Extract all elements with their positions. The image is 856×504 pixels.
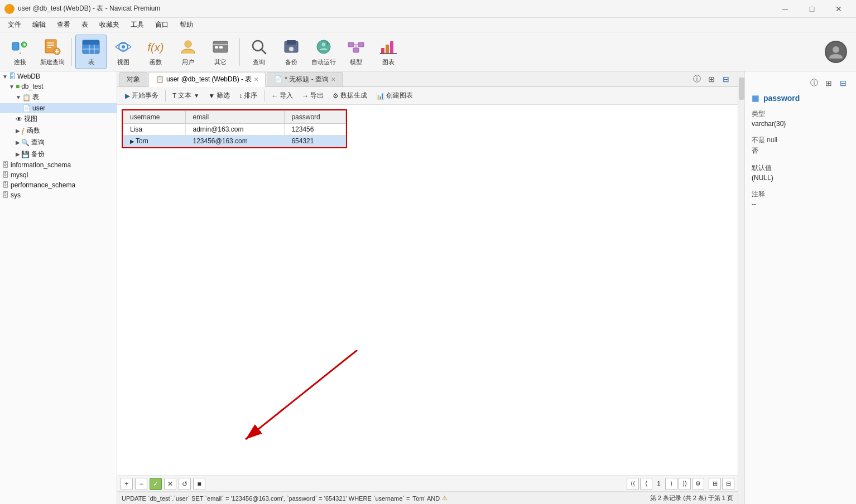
- text-button[interactable]: T 文本 ▼: [169, 90, 203, 101]
- svg-rect-33: [353, 48, 359, 52]
- page-last-button[interactable]: ⟩⟩: [679, 478, 691, 490]
- vertical-scrollbar[interactable]: [738, 71, 744, 504]
- sep1: [71, 38, 72, 66]
- tab-table-btn[interactable]: ⊟: [720, 73, 732, 85]
- sidebar-item-db-test[interactable]: ▼ ■ db_test: [0, 81, 117, 91]
- sidebar-item-func-group[interactable]: ▶ ƒ 函数: [0, 125, 117, 137]
- sidebar-item-mysql[interactable]: 🗄 mysql: [0, 170, 117, 180]
- toolbar-query[interactable]: 查询: [243, 35, 275, 69]
- menu-item-表[interactable]: 表: [76, 19, 94, 31]
- rp-comment-section: 注释 --: [752, 190, 849, 208]
- sort-button[interactable]: ↕ 排序: [235, 90, 261, 101]
- toolbar-autorun[interactable]: 自动运行: [308, 35, 339, 69]
- grid-view-button[interactable]: ⊞: [709, 478, 721, 490]
- scrollbar-thumb[interactable]: [739, 77, 744, 100]
- close-button[interactable]: ✕: [826, 0, 852, 18]
- function-icon: f(x): [146, 37, 166, 57]
- right-panel: ⓘ ⊞ ⊟ ▦ password 类型 varchar(30) 不是 null …: [744, 71, 856, 504]
- datagen-button[interactable]: ⚙ 数据生成: [329, 90, 371, 101]
- autorun-icon: [314, 37, 334, 57]
- menu-item-窗口[interactable]: 窗口: [150, 19, 174, 31]
- add-row-button[interactable]: +: [121, 478, 133, 490]
- toolbar-table[interactable]: 表: [75, 35, 107, 69]
- form-view-button[interactable]: ⊟: [722, 478, 734, 490]
- sidebar-item-sys[interactable]: 🗄 sys: [0, 190, 117, 200]
- stop-button[interactable]: ■: [193, 478, 205, 490]
- field-name-text: password: [763, 94, 800, 103]
- menu-item-编辑[interactable]: 编辑: [27, 19, 51, 31]
- begin-tx-button[interactable]: ▶ 开始事务: [122, 90, 162, 101]
- sidebar-item-view-group[interactable]: 👁 视图: [0, 113, 117, 125]
- confirm-button[interactable]: ✓: [150, 478, 162, 490]
- create-chart-button[interactable]: 📊 创建图表: [373, 90, 416, 101]
- menu-item-工具[interactable]: 工具: [125, 19, 150, 31]
- rp-info-icon[interactable]: ⓘ: [808, 77, 820, 89]
- menu-item-文件[interactable]: 文件: [2, 19, 27, 31]
- table-row[interactable]: ▶Tom 123456@163.com 654321: [123, 135, 346, 147]
- page-next-button[interactable]: ⟩: [665, 478, 677, 490]
- tab-user-close[interactable]: ✕: [254, 76, 258, 83]
- cancel-button[interactable]: ✕: [164, 478, 176, 490]
- sidebar-item-query-group[interactable]: ▶ 🔍 查询: [0, 137, 117, 148]
- tab-user-table[interactable]: 📋 user @db_test (WebDB) - 表 ✕: [148, 72, 266, 87]
- sidebar-item-backup-group[interactable]: ▶ 💾 备份: [0, 148, 117, 160]
- tab-objects[interactable]: 对象: [119, 72, 147, 86]
- sidebar-item-info-schema[interactable]: 🗄 information_schema: [0, 160, 117, 170]
- cell-email-1[interactable]: 123456@163.com: [186, 135, 285, 147]
- toolbar-user[interactable]: 用户: [172, 35, 204, 69]
- sidebar-item-tables-group[interactable]: ▼ 📋 表: [0, 91, 117, 103]
- filter-button[interactable]: ▼ 筛选: [205, 90, 233, 101]
- toolbar-view[interactable]: 视图: [108, 35, 139, 69]
- chevron-func: ▶: [16, 128, 20, 134]
- svg-point-2: [23, 43, 26, 46]
- rp-table-icon[interactable]: ⊟: [837, 77, 849, 89]
- cell-password-1[interactable]: 654321: [285, 135, 346, 147]
- toolbar-backup[interactable]: 备份: [276, 35, 307, 69]
- toolbar-chart[interactable]: 图表: [373, 35, 404, 69]
- main-layout: ▼ 🗄 WebDB ▼ ■ db_test ▼ 📋 表 📄 user 👁 视图 …: [0, 71, 856, 504]
- tables-icon: 📋: [22, 94, 31, 101]
- col-password: password: [285, 111, 346, 124]
- rp-type-label: 类型: [752, 109, 849, 119]
- tbar-sep1: [165, 90, 166, 101]
- connect-icon: +: [10, 37, 30, 57]
- tab-info-btn[interactable]: ⓘ: [691, 73, 703, 85]
- sidebar-item-perf-schema[interactable]: 🗄 performance_schema: [0, 180, 117, 190]
- export-button[interactable]: → 导出: [299, 90, 327, 101]
- rp-type-value: varchar(30): [752, 120, 849, 128]
- mysql-icon: 🗄: [2, 171, 9, 179]
- maximize-button[interactable]: □: [799, 0, 825, 18]
- import-icon: ←: [271, 92, 278, 100]
- tab-query-close[interactable]: ✕: [331, 76, 335, 83]
- svg-rect-36: [381, 48, 384, 54]
- cell-username-1[interactable]: ▶Tom: [123, 135, 186, 147]
- minimize-button[interactable]: ─: [772, 0, 798, 18]
- perf-schema-label: performance_schema: [11, 181, 75, 189]
- tab-grid-btn[interactable]: ⊞: [705, 73, 718, 85]
- rp-grid-icon[interactable]: ⊞: [823, 77, 835, 89]
- tab-untitled-query[interactable]: 📄 * 无标题 - 查询 ✕: [267, 72, 343, 86]
- toolbar-model[interactable]: 模型: [340, 35, 372, 69]
- sidebar-item-user-table[interactable]: 📄 user: [0, 103, 117, 113]
- svg-rect-27: [287, 40, 296, 45]
- delete-row-button[interactable]: −: [135, 478, 147, 490]
- cell-username-0[interactable]: Lisa: [123, 124, 186, 135]
- table-row[interactable]: Lisa admin@163.com 123456: [123, 124, 346, 135]
- toolbar-function[interactable]: f(x) 函数: [140, 35, 171, 69]
- menu-item-收藏夹[interactable]: 收藏夹: [94, 19, 125, 31]
- refresh-button[interactable]: ↺: [179, 478, 191, 490]
- sidebar-item-webdb[interactable]: ▼ 🗄 WebDB: [0, 71, 117, 81]
- toolbar-new-query[interactable]: 新建查询: [37, 35, 68, 69]
- toolbar-other[interactable]: 其它: [205, 35, 236, 69]
- title-bar: 🟠 user @db_test (WebDB) - 表 - Navicat Pr…: [0, 0, 856, 18]
- cell-email-0[interactable]: admin@163.com: [186, 124, 285, 135]
- page-first-button[interactable]: ⟨⟨: [627, 478, 639, 490]
- import-button[interactable]: ← 导入: [268, 90, 296, 101]
- model-icon: [346, 37, 366, 57]
- menu-item-查看[interactable]: 查看: [51, 19, 76, 31]
- menu-item-帮助[interactable]: 帮助: [174, 19, 199, 31]
- page-settings-button[interactable]: ⚙: [692, 478, 704, 490]
- toolbar-connect[interactable]: + 连接: [4, 35, 36, 69]
- cell-password-0[interactable]: 123456: [285, 124, 346, 135]
- page-prev-button[interactable]: ⟨: [640, 478, 652, 490]
